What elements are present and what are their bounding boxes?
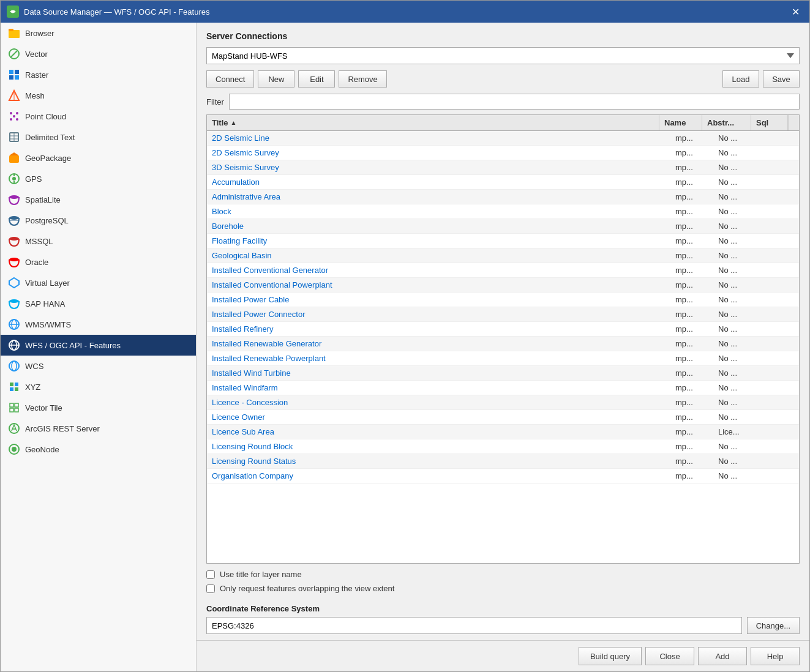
table-cell-title: Geological Basin [207, 248, 670, 263]
table-row[interactable]: Installed Power Cablemp...No ... [207, 293, 799, 307]
use-title-checkbox[interactable] [206, 570, 215, 579]
table-cell-name: mp... [670, 351, 713, 365]
filter-input[interactable] [229, 94, 800, 110]
table-row[interactable]: Installed Refinerymp...No ... [207, 322, 799, 337]
sidebar-item-sap-hana[interactable]: SAP HANA [1, 293, 196, 314]
only-request-label[interactable]: Only request features overlapping the vi… [220, 584, 394, 593]
remove-button[interactable]: Remove [339, 70, 386, 88]
table-row[interactable]: Installed Renewable Generatormp...No ... [207, 337, 799, 351]
table-row[interactable]: Geological Basinmp...No ... [207, 248, 799, 263]
table-cell-sql [762, 234, 799, 248]
sidebar-item-browser[interactable]: Browser [1, 23, 196, 43]
sidebar-item-wfs-ogc[interactable]: WFS / OGC API - Features [1, 335, 196, 356]
svg-rect-7 [9, 75, 13, 80]
sidebar-item-wms-wmts[interactable]: WMS/WMTS [1, 314, 196, 335]
sidebar-item-geonode[interactable]: GeoNode [1, 439, 196, 460]
table-row[interactable]: Boreholemp...No ... [207, 219, 799, 234]
svg-rect-6 [15, 70, 19, 74]
table-cell-title: Licence - Concession [207, 395, 670, 409]
svg-point-41 [12, 361, 17, 371]
server-dropdown-row: MapStand HUB-WFS [206, 47, 800, 64]
wcs-icon [8, 360, 20, 372]
table-cell-abstract: No ... [713, 131, 762, 145]
table-row[interactable]: Installed Power Connectormp...No ... [207, 307, 799, 322]
table-row[interactable]: Licensing Round Blockmp...No ... [207, 439, 799, 454]
table-row[interactable]: 2D Seismic Surveymp...No ... [207, 146, 799, 160]
sidebar-item-point-cloud[interactable]: Point Cloud [1, 106, 196, 127]
sidebar-item-vector[interactable]: Vector [1, 43, 196, 64]
filter-label: Filter [206, 97, 224, 106]
geopackage-icon [8, 152, 20, 164]
use-title-label[interactable]: Use title for layer name [220, 570, 302, 579]
sidebar-item-spatialite[interactable]: SpatiaLite [1, 189, 196, 210]
svg-line-4 [11, 51, 17, 57]
sidebar-item-delimited-text[interactable]: Delimited Text [1, 127, 196, 147]
sidebar-label-arcgis-rest: ArcGIS REST Server [25, 424, 100, 433]
table-cell-name: mp... [670, 160, 713, 174]
add-button[interactable]: Add [698, 647, 747, 665]
table-row[interactable]: 3D Seismic Surveymp...No ... [207, 160, 799, 175]
sidebar-item-gps[interactable]: GPS [1, 168, 196, 189]
sidebar-item-postgresql[interactable]: PostgreSQL [1, 210, 196, 231]
svg-rect-48 [10, 408, 13, 412]
table-row[interactable]: Organisation Companymp...No ... [207, 469, 799, 483]
sidebar-item-mssql[interactable]: MSSQL [1, 231, 196, 252]
table-row[interactable]: Floating Facilitymp...No ... [207, 234, 799, 248]
table-row[interactable]: Installed Windfarmmp...No ... [207, 381, 799, 395]
sidebar-item-xyz[interactable]: XYZ [1, 376, 196, 397]
svg-point-12 [10, 112, 12, 114]
table-row[interactable]: Installed Conventional Generatormp...No … [207, 263, 799, 278]
table-cell-name: mp... [670, 469, 713, 483]
crs-input[interactable] [206, 617, 742, 634]
table-cell-title: 2D Seismic Line [207, 131, 670, 145]
table-row[interactable]: Licence Sub Areamp...Lice... [207, 425, 799, 439]
svg-point-31 [9, 258, 19, 261]
sidebar-item-geopackage[interactable]: GeoPackage [1, 147, 196, 168]
wms-wmts-icon [8, 318, 20, 330]
bottom-bar: Build query Close Add Help [197, 640, 809, 671]
title-bar-left: Data Source Manager — WFS / OGC API - Fe… [7, 6, 209, 18]
table-cell-title: Installed Conventional Powerplant [207, 278, 670, 292]
table-cell-sql [762, 425, 799, 439]
table-row[interactable]: Installed Wind Turbinemp...No ... [207, 366, 799, 381]
table-cell-sql [762, 395, 799, 409]
table-row[interactable]: Blockmp...No ... [207, 204, 799, 219]
close-window-button[interactable]: ✕ [788, 5, 803, 19]
sidebar-item-raster[interactable]: Raster [1, 64, 196, 85]
change-crs-button[interactable]: Change... [747, 617, 800, 634]
crs-row: Change... [206, 617, 800, 634]
save-button[interactable]: Save [763, 70, 800, 88]
edit-button[interactable]: Edit [298, 70, 335, 88]
sidebar-item-mesh[interactable]: Mesh [1, 85, 196, 106]
table-cell-sql [762, 439, 799, 454]
server-dropdown[interactable]: MapStand HUB-WFS [206, 47, 800, 64]
table-row[interactable]: Accumulationmp...No ... [207, 175, 799, 190]
table-cell-abstract: Lice... [713, 425, 762, 439]
close-button[interactable]: Close [645, 647, 694, 665]
main-layout: Browser Vector [1, 23, 809, 671]
table-cell-abstract: No ... [713, 146, 762, 160]
table-row[interactable]: Installed Conventional Powerplantmp...No… [207, 278, 799, 293]
sidebar-item-virtual-layer[interactable]: Virtual Layer [1, 272, 196, 293]
sidebar-item-wcs[interactable]: WCS [1, 356, 196, 376]
sidebar-label-raster: Raster [25, 70, 48, 80]
table-cell-title: Installed Power Connector [207, 307, 670, 321]
table-row[interactable]: Licence - Concessionmp...No ... [207, 395, 799, 410]
table-cell-abstract: No ... [713, 395, 762, 409]
table-row[interactable]: Administrative Areamp...No ... [207, 190, 799, 204]
sidebar-item-oracle[interactable]: Oracle [1, 252, 196, 272]
build-query-button[interactable]: Build query [579, 647, 642, 665]
help-button[interactable]: Help [751, 647, 800, 665]
table-row[interactable]: Installed Renewable Powerplantmp...No ..… [207, 351, 799, 366]
sidebar-item-vector-tile[interactable]: Vector Tile [1, 397, 196, 418]
load-button[interactable]: Load [722, 70, 759, 88]
table-row[interactable]: Licence Ownermp...No ... [207, 410, 799, 425]
table-row[interactable]: 2D Seismic Linemp...No ... [207, 131, 799, 146]
table-cell-title: Administrative Area [207, 190, 670, 204]
new-button[interactable]: New [258, 70, 294, 88]
only-request-checkbox[interactable] [206, 584, 215, 593]
table-cell-abstract: No ... [713, 322, 762, 336]
sidebar-item-arcgis-rest[interactable]: ArcGIS REST Server [1, 418, 196, 439]
table-row[interactable]: Licensing Round Statusmp...No ... [207, 454, 799, 469]
connect-button[interactable]: Connect [206, 70, 254, 88]
